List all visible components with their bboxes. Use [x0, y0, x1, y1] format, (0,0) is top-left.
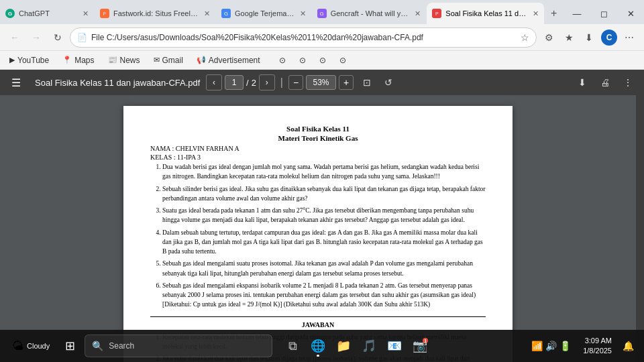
extra-icon-4: ⊙	[339, 56, 346, 65]
minimize-button[interactable]: —	[564, 1, 590, 25]
extensions-button[interactable]: ⚙	[539, 28, 558, 47]
maximize-button[interactable]: ◻	[590, 1, 617, 25]
collections-button[interactable]: ⬇	[580, 28, 598, 47]
tab-chatgpt[interactable]: G ChatGPT ✕	[0, 3, 94, 24]
reload-button[interactable]: ↻	[48, 28, 67, 47]
bookmark-advertisement[interactable]: 📢 Advertisement	[193, 54, 264, 66]
bookmark-maps-label: Maps	[74, 56, 94, 65]
settings-button[interactable]: ⋯	[620, 28, 639, 47]
tab-chatgpt-close[interactable]: ✕	[83, 9, 89, 18]
pdf-separator-1: |	[280, 76, 283, 88]
profile-avatar: C	[601, 29, 617, 46]
bookmark-extra-4[interactable]: ⊙	[335, 54, 350, 66]
bookmark-extra-1[interactable]: ⊙	[275, 54, 290, 66]
taskbar-search[interactable]: 🔍 Search	[85, 335, 272, 357]
bookmark-gmail-label: Gmail	[162, 56, 183, 65]
taskbar-app-camera[interactable]: 📷 1	[408, 334, 432, 358]
pdf-scrollbar[interactable]	[636, 95, 644, 362]
bookmark-extra-2[interactable]: ⊙	[295, 54, 310, 66]
question-4: Dalam sebuah tabung tertutup, terdapat c…	[162, 228, 486, 257]
pdf-download-button[interactable]: ⬇	[573, 73, 592, 92]
extra-icon-3: ⊙	[319, 56, 326, 65]
weather-icon: 🌤	[12, 339, 24, 353]
tab-translate-close[interactable]: ✕	[300, 9, 306, 18]
maps-icon: 📍	[62, 56, 72, 64]
taskbar-search-icon: 🔍	[92, 341, 103, 351]
browser-profile-button[interactable]: C	[600, 28, 619, 47]
start-icon: ⊞	[65, 339, 75, 353]
nav-bar: ← → ↻ 📄 File C:/Users/asus/Downloads/Soa…	[0, 24, 644, 51]
forward-button[interactable]: →	[27, 28, 46, 47]
translate-favicon: G	[221, 9, 231, 18]
pdf-fit-button[interactable]: ⊡	[358, 73, 376, 92]
pdf-rotate-button[interactable]: ↺	[379, 73, 398, 92]
tab-gencraft[interactable]: G Gencraft - What will you... ✕	[312, 3, 427, 24]
fastwork-favicon: F	[100, 9, 109, 18]
tab-translate[interactable]: G Google Terjemahan ✕	[216, 3, 311, 24]
favorites-button[interactable]: ★	[559, 28, 578, 47]
mail-icon: 📧	[387, 339, 402, 353]
edge-active-indicator	[317, 355, 319, 357]
tab-fastwork[interactable]: F Fastwork.id: Situs Freelan... ✕	[95, 3, 215, 24]
pdf-zoom-in-button[interactable]: +	[339, 75, 354, 90]
tab-pdf-close[interactable]: ✕	[533, 9, 539, 18]
notification-center-button[interactable]: 🔔	[619, 334, 637, 358]
taskbar-apps: ⧉ 🌐 📁 🎵 📧 📷 1	[280, 334, 432, 358]
taskbar-app-files[interactable]: 📁	[331, 334, 356, 358]
bookmark-gmail[interactable]: ✉ Gmail	[150, 54, 187, 66]
taskbar-clock[interactable]: 3:09 AM 1/8/2025	[579, 333, 616, 359]
taskbar-search-text: Search	[109, 341, 134, 351]
pdf-scroll-area[interactable]: Soal Fisika Kelas 11 Materi Teori Kineti…	[0, 95, 636, 362]
tab-gencraft-close[interactable]: ✕	[415, 9, 421, 18]
new-tab-button[interactable]: +	[545, 3, 563, 24]
bookmark-star-icon[interactable]: ☆	[521, 32, 529, 43]
document-nama: NAMA : CHELVIN FARHAN A	[150, 145, 486, 152]
pdf-prev-button[interactable]: ‹	[206, 74, 222, 90]
bookmark-extra-3[interactable]: ⊙	[315, 54, 330, 66]
advertisement-icon: 📢	[197, 56, 206, 64]
document-body: Dua wadah berisi gas ideal dengan jumlah…	[150, 162, 486, 310]
tab-fastwork-close[interactable]: ✕	[204, 9, 210, 18]
start-button[interactable]: ⊞	[58, 334, 82, 358]
tray-volume-icon: 🔊	[545, 341, 557, 351]
taskbar: 🌤 Cloudy ⊞ 🔍 Search ⧉ 🌐 📁 🎵 📧 📷 1	[0, 330, 644, 362]
gencraft-favicon: G	[317, 9, 327, 18]
question-2: Sebuah silinder berisi gas ideal. Jika s…	[162, 184, 486, 204]
bookmark-bar: ▶ YouTube 📍 Maps 📰 News ✉ Gmail 📢 Advert…	[0, 51, 644, 70]
question-3: Suatu gas ideal berada pada tekanan 1 at…	[162, 206, 486, 225]
pdf-right-tools: ⊡ ↺	[358, 73, 398, 92]
pdf-print-button[interactable]: 🖨	[596, 73, 614, 92]
system-tray[interactable]: 📶 🔊 🔋	[526, 338, 576, 354]
pdf-title: Soal Fisika Kelas 11 dan jawaban-CFA.pdf	[30, 78, 202, 88]
clock-time: 3:09 AM	[583, 336, 612, 346]
bookmark-news-label: News	[120, 56, 140, 65]
taskbar-app-edge[interactable]: 🌐	[306, 334, 330, 358]
news-icon: 📰	[108, 56, 117, 64]
bookmark-youtube[interactable]: ▶ YouTube	[5, 54, 53, 66]
pdf-zoom-out-button[interactable]: −	[288, 75, 303, 90]
tab-chatgpt-title: ChatGPT	[19, 9, 78, 17]
taskbar-app-music[interactable]: 🎵	[357, 334, 381, 358]
weather-widget[interactable]: 🌤 Cloudy	[7, 337, 55, 356]
tab-pdf[interactable]: P Soal Fisika Kelas 11 dan... ✕	[427, 3, 544, 24]
pdf-menu-button[interactable]: ☰	[7, 73, 25, 92]
taskbar-app-mail[interactable]: 📧	[382, 334, 407, 358]
pdf-next-button[interactable]: ›	[259, 74, 275, 90]
nav-icons: ⚙ ★ ⬇ C ⋯	[539, 28, 639, 47]
bookmark-news[interactable]: 📰 News	[104, 54, 144, 66]
back-button[interactable]: ←	[5, 28, 24, 47]
pdf-page-input[interactable]	[225, 75, 244, 90]
close-button[interactable]: ✕	[617, 1, 644, 25]
bookmark-maps[interactable]: 📍 Maps	[58, 54, 98, 66]
pdf-page: Soal Fisika Kelas 11 Materi Teori Kineti…	[123, 106, 513, 362]
pdf-zoom-controls: − 53% +	[288, 75, 354, 90]
tray-battery-icon: 🔋	[559, 341, 571, 351]
pdf-content-area: Soal Fisika Kelas 11 Materi Teori Kineti…	[0, 95, 644, 362]
taskbar-app-taskview[interactable]: ⧉	[280, 334, 305, 358]
answers-heading: JAWABAN	[150, 316, 486, 328]
pdf-toolbar: ☰ Soal Fisika Kelas 11 dan jawaban-CFA.p…	[0, 70, 644, 95]
bookmark-advertisement-label: Advertisement	[209, 56, 260, 65]
address-bar[interactable]: 📄 File C:/Users/asus/Downloads/Soal%20Fi…	[70, 27, 537, 48]
tray-network-icon: 📶	[531, 341, 543, 351]
pdf-more-button[interactable]: ⋮	[619, 73, 637, 92]
